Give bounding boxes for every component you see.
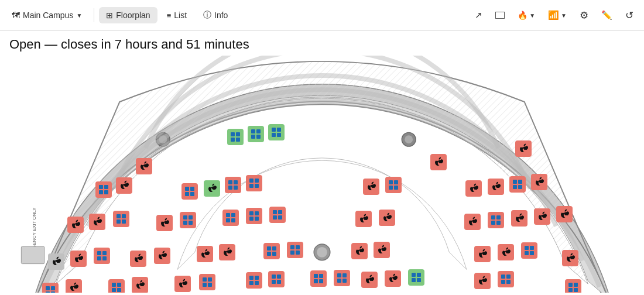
apple-icon (135, 280, 145, 290)
window-icon (495, 12, 505, 19)
computer-28[interactable] (379, 210, 395, 226)
apple-icon (119, 180, 129, 191)
computer-54[interactable] (199, 274, 215, 290)
computer-6[interactable] (515, 140, 532, 157)
apple-icon (133, 253, 143, 264)
gear-icon: ⚙ (580, 9, 588, 22)
computer-36[interactable] (94, 248, 110, 264)
computer-7[interactable] (95, 181, 112, 198)
computer-59[interactable] (361, 272, 378, 288)
computer-47[interactable] (521, 242, 537, 259)
computer-60[interactable] (385, 270, 401, 287)
computer-4[interactable] (136, 158, 152, 174)
apple-icon (222, 247, 232, 258)
computer-1[interactable] (227, 129, 244, 145)
computer-61[interactable] (408, 269, 424, 286)
computer-13[interactable] (363, 179, 379, 195)
computer-3[interactable] (268, 124, 285, 140)
computer-56[interactable] (268, 271, 285, 287)
computer-58[interactable] (334, 270, 350, 286)
computer-14[interactable] (385, 177, 402, 193)
computer-53[interactable] (174, 276, 191, 292)
computer-35[interactable] (70, 251, 87, 267)
computer-43[interactable] (351, 243, 368, 259)
apple-icon (491, 181, 501, 192)
computer-51[interactable] (108, 279, 125, 293)
computer-50[interactable] (66, 279, 82, 293)
computer-29[interactable] (464, 214, 481, 230)
computer-30[interactable] (488, 212, 504, 228)
fire-button[interactable]: 🔥 ▼ (512, 7, 541, 23)
computer-19[interactable] (67, 217, 84, 233)
computer-41[interactable] (263, 243, 280, 259)
computer-25[interactable] (246, 208, 262, 224)
chart-button[interactable]: 📶 ▼ (542, 6, 573, 24)
computer-10[interactable] (204, 180, 220, 197)
computer-63[interactable] (498, 271, 514, 287)
computer-21[interactable] (113, 211, 129, 227)
computer-33[interactable] (556, 206, 573, 222)
computer-52[interactable] (132, 277, 148, 293)
campus-dropdown[interactable]: 🗺 Main Campus ▼ (5, 7, 89, 23)
computer-46[interactable] (498, 244, 514, 260)
computer-31[interactable] (511, 210, 527, 227)
list-tab[interactable]: ≡ List (160, 7, 194, 23)
computer-11[interactable] (225, 177, 241, 193)
computer-62[interactable] (474, 273, 491, 289)
computer-55[interactable] (246, 272, 262, 289)
list-label: List (174, 11, 187, 20)
computer-42[interactable] (287, 242, 303, 258)
computer-39[interactable] (197, 246, 213, 262)
gear-button[interactable]: ⚙ (574, 6, 594, 25)
computer-17[interactable] (509, 176, 526, 193)
apple-icon (160, 218, 169, 228)
chart-dropdown-arrow: ▼ (561, 12, 567, 19)
fire-dropdown-arrow: ▼ (529, 12, 535, 19)
computer-64[interactable] (565, 279, 581, 293)
apple-icon (377, 245, 386, 255)
computer-16[interactable] (488, 179, 504, 195)
apple-icon (434, 157, 443, 167)
pencil-button[interactable]: ✏️ (595, 6, 618, 24)
map-icon: 🗺 (12, 11, 20, 20)
computer-48[interactable] (562, 250, 578, 266)
computer-37[interactable] (130, 251, 146, 267)
apple-icon (74, 253, 83, 264)
computer-40[interactable] (219, 244, 235, 260)
apple-icon (178, 279, 187, 289)
window-button[interactable] (489, 8, 511, 22)
info-tab[interactable]: ⓘ Info (196, 6, 235, 24)
computer-12[interactable] (246, 175, 262, 191)
computer-5[interactable] (430, 154, 447, 170)
computer-45[interactable] (474, 246, 491, 262)
computer-15[interactable] (465, 180, 482, 197)
computer-26[interactable] (269, 207, 286, 223)
dropdown-arrow: ▼ (76, 12, 82, 19)
computer-2[interactable] (248, 126, 264, 142)
refresh-button[interactable]: ↺ (619, 6, 639, 25)
computer-18[interactable] (531, 174, 547, 190)
computer-32[interactable] (534, 208, 550, 225)
computer-49[interactable] (42, 283, 59, 293)
computer-24[interactable] (222, 210, 239, 226)
computer-22[interactable] (156, 215, 173, 231)
computer-8[interactable] (116, 177, 132, 194)
computer-23[interactable] (180, 212, 196, 228)
computer-20[interactable] (89, 214, 105, 230)
apple-icon (519, 143, 528, 154)
computer-38[interactable] (154, 248, 170, 264)
apple-icon (200, 249, 210, 259)
floorplan-tab[interactable]: ⊞ Floorplan (99, 7, 157, 23)
info-label: Info (214, 11, 228, 20)
computer-34[interactable] (48, 253, 64, 270)
computer-44[interactable] (374, 242, 390, 258)
apple-icon (359, 214, 368, 224)
computer-27[interactable] (355, 211, 372, 227)
computer-9[interactable] (181, 183, 198, 200)
apple-icon (366, 181, 376, 192)
info-icon: ⓘ (203, 10, 211, 20)
computer-57[interactable] (310, 270, 327, 287)
floorplan-area: EMERGENCY EXIT ONLY (0, 56, 644, 293)
apple-icon (469, 183, 478, 194)
export-button[interactable]: ↗ (469, 6, 488, 24)
